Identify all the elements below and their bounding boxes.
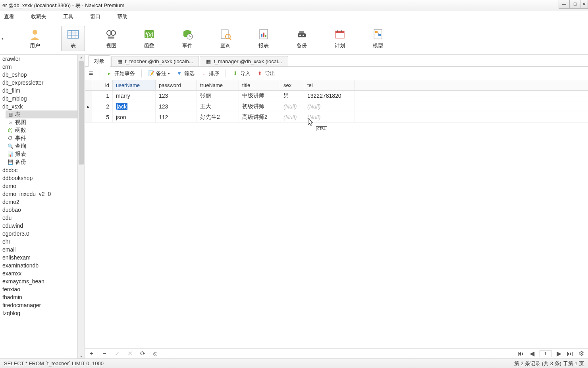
tab-objects[interactable]: 对象	[88, 55, 110, 67]
child-event[interactable]: ⏱ 事件	[6, 134, 85, 142]
cell-userName[interactable]: jack	[113, 101, 156, 112]
page-input[interactable]	[540, 350, 551, 357]
last-page-button[interactable]: ⏭	[567, 350, 574, 357]
dropdown-caret-icon[interactable]: ▾	[2, 36, 9, 41]
db-item-demo2[interactable]: demo2	[0, 198, 85, 206]
db-item-db_eshop[interactable]: db_eshop	[0, 71, 85, 79]
db-item-fhadmin[interactable]: fhadmin	[0, 293, 85, 301]
cell-password[interactable]: 123	[156, 91, 197, 101]
db-item-firedocmanager[interactable]: firedocmanager	[0, 301, 85, 309]
db-item-edu[interactable]: edu	[0, 214, 85, 222]
sidebar-tree[interactable]: crawler crm db_eshop db_expressletter db…	[0, 55, 85, 358]
cell-sex[interactable]: (Null)	[280, 101, 304, 112]
view-button[interactable]: 视图	[99, 26, 123, 51]
table-row[interactable]: ▸2jack123王大初级讲师(Null)(Null)	[85, 101, 588, 112]
close-button[interactable]: ✕	[580, 0, 588, 9]
cell-sex[interactable]: (Null)	[280, 112, 304, 122]
db-item-crm[interactable]: crm	[0, 63, 85, 71]
menu-favorites[interactable]: 收藏夹	[29, 12, 49, 21]
import-button[interactable]: ⬇ 导入	[232, 70, 251, 77]
db-item-examinationdb[interactable]: examinationdb	[0, 261, 85, 269]
menu-view[interactable]: 查看	[2, 12, 17, 21]
db-item-enlishexam[interactable]: enlishexam	[0, 254, 85, 261]
db-item-egorder[interactable]: egorder3.0	[0, 230, 85, 238]
next-page-button[interactable]: ▶	[555, 350, 563, 357]
backup-button[interactable]: 备份	[290, 26, 314, 51]
db-item-exmaycms[interactable]: exmaycms_bean	[0, 277, 85, 285]
minimize-button[interactable]: —	[559, 0, 570, 9]
child-function[interactable]: f() 函数	[6, 126, 85, 134]
cell-title[interactable]: 初级讲师	[239, 101, 280, 112]
table-button[interactable]: 表	[61, 26, 85, 51]
cell-id[interactable]: 2	[92, 101, 113, 112]
stop-button[interactable]: ⦸	[152, 350, 159, 357]
db-item-fenxiao[interactable]: fenxiao	[0, 285, 85, 293]
db-item-db_film[interactable]: db_film	[0, 87, 85, 95]
row-selector[interactable]: ▸	[85, 101, 92, 112]
sort-button[interactable]: ↓ 排序	[201, 70, 219, 77]
db-item-dbdoc[interactable]: dbdoc	[0, 166, 85, 174]
export-button[interactable]: ⬆ 导出	[257, 70, 275, 77]
col-header-title[interactable]: title	[239, 80, 280, 90]
delete-row-button[interactable]: −	[101, 350, 108, 357]
db-item-fzqblog[interactable]: fzqblog	[0, 309, 85, 317]
cell-password[interactable]: 123	[156, 101, 197, 112]
col-header-userName[interactable]: userName	[113, 80, 156, 90]
hamburger-button[interactable]: ≡	[89, 69, 93, 77]
child-query[interactable]: 🔍 查询	[6, 142, 85, 150]
db-item-db_xsxk[interactable]: db_xsxk	[0, 103, 85, 110]
db-item-crawler[interactable]: crawler	[0, 55, 85, 63]
col-header-trueName[interactable]: trueName	[197, 80, 239, 90]
row-selector[interactable]	[85, 112, 92, 122]
report-button[interactable]: 报表	[252, 26, 276, 51]
cell-tel[interactable]: (Null)	[304, 112, 355, 122]
db-item-demo_inxedu[interactable]: demo_inxedu_v2_0	[0, 190, 85, 198]
cell-sex[interactable]: 男	[280, 91, 304, 101]
cell-id[interactable]: 1	[92, 91, 113, 101]
db-item-db_expressletter[interactable]: db_expressletter	[0, 79, 85, 87]
cell-id[interactable]: 5	[92, 112, 113, 122]
table-row[interactable]: 5json112好先生2高级讲师2(Null)(Null)	[85, 112, 588, 123]
cell-password[interactable]: 112	[156, 112, 197, 122]
schedule-button[interactable]: 计划	[328, 26, 352, 51]
add-row-button[interactable]: +	[88, 350, 95, 357]
user-button[interactable]: 用户	[23, 26, 47, 51]
db-item-ddbookshop[interactable]: ddbookshop	[0, 174, 85, 182]
db-item-ehr[interactable]: ehr	[0, 238, 85, 246]
menu-help[interactable]: 帮助	[115, 12, 130, 21]
cell-tel[interactable]: 13222781820	[304, 91, 355, 101]
cell-tel[interactable]: (Null)	[304, 101, 355, 112]
filter-button[interactable]: ▼ 筛选	[176, 70, 195, 77]
model-button[interactable]: 模型	[366, 26, 390, 51]
function-button[interactable]: f(x) 函数	[137, 26, 161, 51]
db-item-duobao[interactable]: duobao	[0, 206, 85, 214]
cell-trueName[interactable]: 好先生2	[197, 112, 239, 122]
col-header-password[interactable]: password	[156, 80, 197, 90]
scroll-thumb[interactable]	[79, 61, 84, 165]
cell-userName[interactable]: marry	[113, 91, 156, 101]
maximize-button[interactable]: ☐	[569, 0, 580, 9]
child-backup[interactable]: 💾 备份	[6, 158, 85, 166]
cell-trueName[interactable]: 王大	[197, 101, 239, 112]
db-item-demo[interactable]: demo	[0, 182, 85, 190]
menu-window[interactable]: 窗口	[88, 12, 103, 21]
query-button[interactable]: 查询	[214, 26, 237, 51]
child-report[interactable]: 📊 报表	[6, 150, 85, 158]
prev-page-button[interactable]: ◀	[528, 350, 536, 357]
col-header-id[interactable]: id	[92, 80, 113, 90]
begin-transaction-button[interactable]: ▸ 开始事务	[106, 70, 135, 77]
tab-t_manager[interactable]: ▦ t_manager @db_xsxk (local...	[200, 56, 288, 66]
db-item-email[interactable]: email	[0, 246, 85, 254]
row-selector[interactable]	[85, 91, 92, 101]
event-button[interactable]: 事件	[175, 26, 199, 51]
table-row[interactable]: 1marry123张丽中级讲师男13222781820	[85, 91, 588, 101]
db-item-examxx[interactable]: examxx	[0, 269, 85, 277]
commit-button[interactable]: ✓	[114, 350, 121, 357]
first-page-button[interactable]: ⏮	[517, 350, 524, 357]
cell-title[interactable]: 中级讲师	[239, 91, 280, 101]
note-button[interactable]: 📝 备注 ▾	[148, 70, 170, 77]
col-header-tel[interactable]: tel	[304, 80, 355, 90]
sidebar-scrollbar[interactable]: ▴ ▾	[77, 55, 85, 358]
refresh-button[interactable]: ⟳	[139, 350, 146, 357]
child-table[interactable]: ▦ 表	[6, 110, 85, 118]
